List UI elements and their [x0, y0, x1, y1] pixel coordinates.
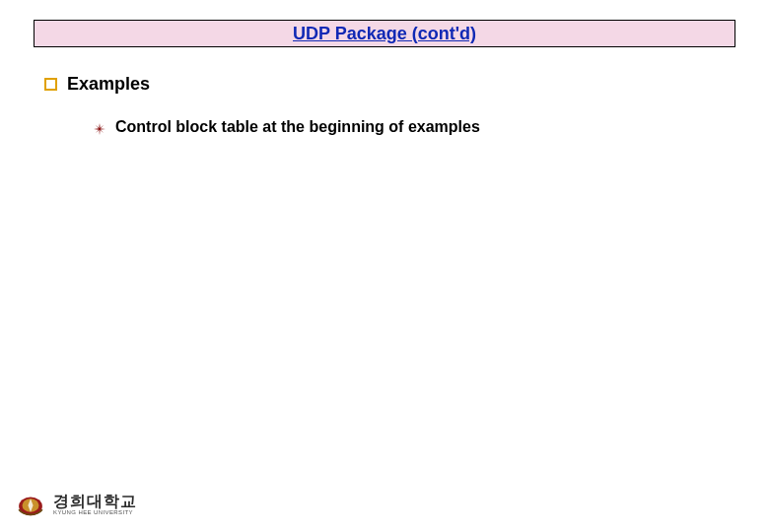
subitem-text: Control block table at the beginning of … [115, 118, 480, 136]
starburst-bullet-icon [94, 121, 105, 133]
crest-icon [14, 493, 47, 518]
square-bullet-icon [44, 78, 57, 91]
section-heading: Examples [67, 74, 150, 95]
university-name-kr: 경희대학교 [53, 494, 137, 509]
subitem-row: Control block table at the beginning of … [94, 118, 480, 136]
section-row: Examples [44, 74, 150, 95]
university-name-en: KYUNG HEE UNIVERSITY [53, 509, 137, 516]
slide-title: UDP Package (cont'd) [293, 24, 476, 44]
university-logo: 경희대학교 KYUNG HEE UNIVERSITY [14, 493, 137, 518]
university-name-block: 경희대학교 KYUNG HEE UNIVERSITY [53, 494, 137, 516]
slide-title-bar: UDP Package (cont'd) [34, 20, 735, 47]
